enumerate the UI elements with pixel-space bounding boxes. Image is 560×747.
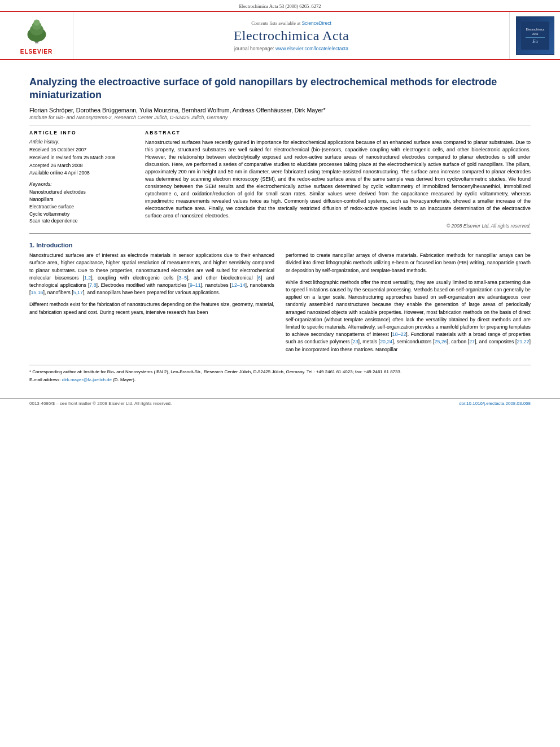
- article-title: Analyzing the electroactive surface of g…: [29, 76, 531, 102]
- ref-12-14: 12–14: [231, 282, 245, 288]
- introduction-section: 1. Introduction Nanostructured surfaces …: [29, 242, 531, 357]
- copyright-line: © 2008 Elsevier Ltd. All rights reserved…: [145, 223, 531, 229]
- journal-ref-text: Electrochimica Acta 53 (2008) 6265–6272: [239, 3, 321, 9]
- intro-col-right: performed to create nanopillar arrays of…: [286, 252, 531, 357]
- elsevier-logo: ELSEVIER: [20, 16, 54, 55]
- ref-9-11: 9–11: [190, 282, 201, 288]
- intro-col-left: Nanostructured surfaces are of interest …: [29, 252, 274, 357]
- abstract-header: ABSTRACT: [145, 130, 531, 136]
- intro-text-left-2: Different methods exist for the fabricat…: [29, 301, 274, 316]
- intro-text-left-1: Nanostructured surfaces are of interest …: [29, 252, 274, 296]
- homepage-label: journal homepage:: [234, 46, 274, 51]
- keyword-2: Nanopillars: [29, 196, 134, 203]
- sciencedirect-link[interactable]: ScienceDirect: [301, 20, 331, 26]
- received-date: Received 16 October 2007: [29, 147, 134, 154]
- footnote-email-person: (D. Mayer).: [113, 377, 135, 382]
- journal-title-banner: Electrochimica Acta: [234, 28, 349, 43]
- journal-logo-box: Electrochimica Acta Ea: [516, 16, 554, 55]
- keyword-5: Scan rate dependence: [29, 217, 134, 225]
- homepage-url[interactable]: www.elsevier.com/locate/electacta: [275, 46, 348, 51]
- svg-text:Acta: Acta: [532, 32, 537, 36]
- ref-5-17: 5,17: [73, 290, 83, 295]
- footnote-email-label: E-mail address:: [29, 377, 61, 382]
- abstract-col: ABSTRACT Nanostructured surfaces have re…: [145, 130, 531, 229]
- ref-27: 27: [469, 339, 475, 344]
- elsevier-logo-area: ELSEVIER: [0, 12, 73, 59]
- ref-21-22: 21,22: [517, 339, 530, 344]
- contents-label: Contents lists available at: [251, 20, 300, 26]
- journal-ref: Electrochimica Acta 53 (2008) 6265–6272: [0, 0, 560, 11]
- info-abstract-cols: ARTICLE INFO Article history: Received 1…: [29, 130, 531, 229]
- divider-1: [29, 125, 531, 125]
- authors: Florian Schröper, Dorothea Brüggemann, Y…: [29, 107, 531, 113]
- affiliation: Institute for Bio- and Nanosystems-2, Re…: [29, 115, 531, 120]
- intro-section-title: 1. Introduction: [29, 242, 531, 248]
- ref-7-8: 7,8: [89, 282, 96, 288]
- article-info-col: ARTICLE INFO Article history: Received 1…: [29, 130, 134, 229]
- ref-23: 23: [353, 339, 358, 344]
- keyword-1: Nanostructured electrodes: [29, 189, 134, 196]
- elsevier-name: ELSEVIER: [20, 49, 53, 55]
- svg-text:Electrochimica: Electrochimica: [526, 28, 544, 31]
- footnote-star: * Corresponding author at: Institute for…: [29, 369, 531, 375]
- journal-homepage: journal homepage: www.elsevier.com/locat…: [234, 46, 348, 51]
- intro-text-right-2: While direct lithographic methods offer …: [286, 279, 531, 353]
- intro-section-label: Introduction: [36, 242, 72, 248]
- accepted-date: Accepted 26 March 2008: [29, 163, 134, 169]
- intro-body-cols: Nanostructured surfaces are of interest …: [29, 252, 531, 357]
- divider-2: [29, 233, 531, 234]
- banner-center: Contents lists available at ScienceDirec…: [73, 12, 509, 59]
- ref-20-24: 20,24: [380, 339, 392, 344]
- available-date: Available online 4 April 2008: [29, 170, 134, 177]
- history-label: Article history:: [29, 139, 134, 145]
- journal-logo-icon: Electrochimica Acta Ea: [521, 21, 549, 50]
- article-content: Analyzing the electroactive surface of g…: [0, 60, 560, 392]
- ref-1-2: 1,2: [84, 275, 91, 281]
- svg-text:Ea: Ea: [532, 38, 538, 44]
- keywords-label: Keywords:: [29, 181, 134, 187]
- keyword-3: Electroactive surface: [29, 203, 134, 211]
- intro-text-right-1: performed to create nanopillar arrays of…: [286, 252, 531, 274]
- ref-18-22: 18–22: [392, 331, 406, 337]
- svg-rect-5: [521, 21, 549, 50]
- svg-rect-8: [526, 37, 545, 38]
- journal-banner: ELSEVIER Contents lists available at Sci…: [0, 11, 560, 60]
- sciencedirect-line: Contents lists available at ScienceDirec…: [251, 20, 331, 26]
- elsevier-tree-icon: [20, 16, 54, 47]
- intro-section-number: 1.: [29, 242, 34, 248]
- page-wrapper: Electrochimica Acta 53 (2008) 6265–6272 …: [0, 0, 560, 408]
- keyword-4: Cyclic voltammetry: [29, 211, 134, 218]
- footnote-area: * Corresponding author at: Institute for…: [29, 365, 531, 383]
- ref-6: 6: [258, 275, 261, 281]
- banner-right: Electrochimica Acta Ea: [509, 12, 560, 59]
- issn-text: 0013-4686/$ – see front matter © 2008 El…: [29, 401, 172, 406]
- footnote-email: E-mail address: dirk.mayer@fz-juelich.de…: [29, 377, 531, 383]
- article-info-header: ARTICLE INFO: [29, 130, 134, 136]
- abstract-text: Nanostructured surfaces have recently ga…: [145, 139, 531, 220]
- svg-point-4: [33, 20, 40, 26]
- ref-15-16: 15,16: [30, 290, 43, 295]
- revised-date: Received in revised form 25 March 2008: [29, 155, 134, 161]
- footnote-email-address[interactable]: dirk.mayer@fz-juelich.de: [62, 377, 112, 382]
- doi-text: doi:10.1016/j.electacta.2008.03.068: [459, 401, 531, 406]
- bottom-bar: 0013-4686/$ – see front matter © 2008 El…: [0, 398, 560, 408]
- ref-3-5: 3–5: [178, 275, 187, 281]
- ref-25-26: 25,26: [435, 339, 447, 344]
